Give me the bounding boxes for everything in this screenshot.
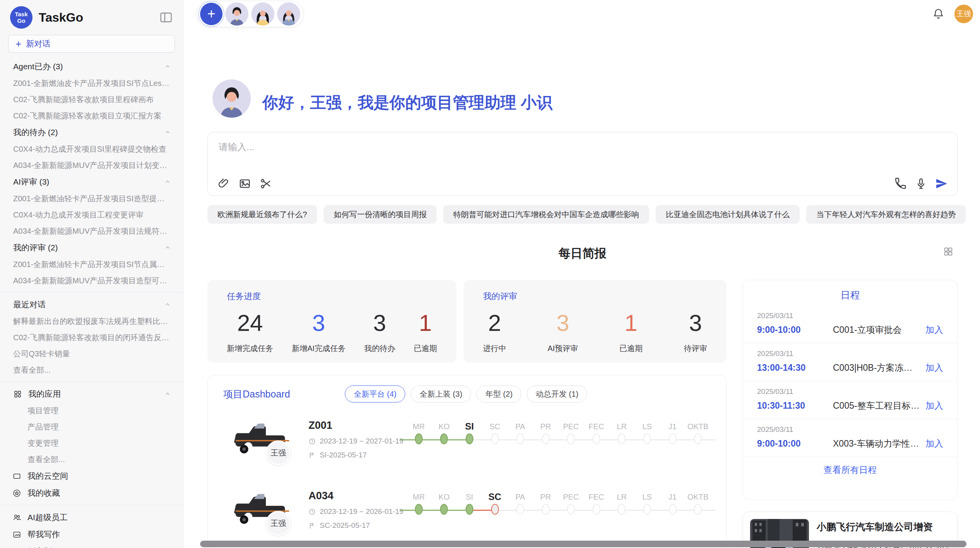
suggestion-chip[interactable]: 欧洲新规最近颁布了什么? bbox=[207, 205, 317, 224]
project-thumbnail: 王强 bbox=[219, 416, 308, 474]
sidebar-item[interactable]: A034-全新新能源MUV产品开发项目计划变更表编写 bbox=[0, 157, 183, 173]
sidebar-item[interactable]: Z001-全新燃油皮卡产品开发项目SI节点Lesson Learn报告 bbox=[0, 75, 183, 91]
brief-card-stats: 2进行中3AI预评审1已逾期3待评审 bbox=[483, 309, 707, 354]
recent-conversation-item[interactable]: C02-飞腾新能源轻客改款项目的闭环通告反馈情况 bbox=[0, 329, 183, 346]
milestone: LR bbox=[609, 491, 635, 521]
view-all-schedule-link[interactable]: 查看所有日程 bbox=[743, 464, 957, 476]
notifications-bell-icon[interactable] bbox=[932, 8, 944, 20]
sidebar: Task Go TaskGo + 新对话 Agent已办 (3)Z001-全新燃… bbox=[0, 0, 183, 548]
schedule-time: 13:00-14:30 bbox=[757, 363, 833, 373]
my-apps-subitems: 项目管理产品管理变更管理查看全部... bbox=[0, 402, 183, 468]
milestone: FEC bbox=[584, 491, 609, 521]
new-chat-label: 新对话 bbox=[26, 38, 50, 49]
app-title: TaskGo bbox=[39, 10, 159, 25]
agent-avatar-3[interactable] bbox=[277, 2, 300, 26]
layout-grid-icon[interactable] bbox=[943, 246, 954, 257]
new-chat-button[interactable]: + 新对话 bbox=[8, 35, 175, 53]
sidebar-item[interactable]: A034-全新新能源MUV产品开发项目造型可行性评审 bbox=[0, 272, 183, 289]
attachment-icon[interactable] bbox=[217, 177, 230, 190]
milestone-dot bbox=[491, 504, 499, 515]
milestone-label: PEC bbox=[558, 420, 584, 433]
milestone-dot bbox=[466, 433, 473, 444]
app-subitem[interactable]: 项目管理 bbox=[0, 402, 183, 419]
sidebar-item[interactable]: A034-全新新能源MUV产品开发项目法规符合性评审 bbox=[0, 223, 183, 239]
project-row[interactable]: 王强Z0012023-12-19 ~ 2027-01-19SI-2025-05-… bbox=[208, 406, 726, 477]
sidebar-item[interactable]: Z001-全新燃油轻卡产品开发项目SI节点属性5D文件评审 bbox=[0, 256, 183, 272]
recent-conversation-item[interactable]: 解释最新出台的欧盟报废车法规再生塑料比例被调至15%... bbox=[0, 313, 183, 329]
milestone-label: LR bbox=[609, 491, 635, 503]
schedule-title: 日程 bbox=[743, 289, 957, 301]
view-all-apps-link[interactable]: 查看全部... bbox=[0, 451, 183, 468]
send-icon[interactable] bbox=[935, 177, 948, 190]
dashboard-tab[interactable]: 全新平台 (4) bbox=[345, 385, 405, 402]
microphone-icon[interactable] bbox=[915, 177, 927, 190]
suggestion-chip[interactable]: 特朗普可能对进口汽车增税会对中国车企造成哪些影响 bbox=[443, 205, 649, 224]
stat-value: 2 bbox=[483, 309, 506, 337]
stat: 1已逾期 bbox=[619, 309, 642, 354]
sidebar-item[interactable]: C0X4-动力总成开发项目工程变更评审 bbox=[0, 207, 183, 223]
horizontal-scrollbar[interactable] bbox=[200, 541, 966, 547]
suggestion-chip[interactable]: 比亚迪全固态电池计划具体说了什么 bbox=[656, 205, 800, 224]
app-subitem[interactable]: 产品管理 bbox=[0, 419, 183, 435]
my-apps-header[interactable]: 我的应用 bbox=[0, 385, 183, 402]
sidebar-tool-2[interactable]: 创意制图 bbox=[0, 543, 183, 548]
view-all-conversations-link[interactable]: 查看全部... bbox=[0, 362, 183, 378]
sidebar-item[interactable]: Z001-全新燃油轻卡产品开发项目SI造型提交物评审 bbox=[0, 190, 183, 207]
dashboard-tab[interactable]: 动总开发 (1) bbox=[527, 385, 587, 402]
message-input[interactable] bbox=[208, 132, 957, 171]
sidebar-group-header[interactable]: Agent已办 (3) bbox=[0, 58, 183, 75]
milestone: PA bbox=[507, 491, 533, 521]
suggestion-chip[interactable]: 如何写一份清晰的项目周报 bbox=[324, 205, 437, 224]
sidebar-item[interactable]: C02-飞腾新能源轻客改款项目里程碑画布 bbox=[0, 91, 183, 108]
recent-conversation-item[interactable]: 公司Q3轻卡销量 bbox=[0, 346, 183, 362]
dashboard-tab[interactable]: 年型 (2) bbox=[476, 385, 521, 402]
my-apps-label: 我的应用 bbox=[28, 389, 61, 399]
collapse-sidebar-icon[interactable] bbox=[159, 10, 173, 24]
milestone-dot bbox=[643, 433, 651, 444]
schedule-date: 2025/03/11 bbox=[757, 312, 943, 320]
sidebar-item[interactable]: C02-飞腾新能源轻客改款项目立项汇报方案 bbox=[0, 108, 183, 124]
user-avatar[interactable]: 王强 bbox=[954, 5, 973, 23]
project-row[interactable]: 王强A0342023-12-19 ~ 2026-01-19SC-2025-05-… bbox=[208, 477, 726, 547]
join-link[interactable]: 加入 bbox=[925, 400, 943, 412]
chevron-up-icon bbox=[164, 63, 171, 70]
project-name: Z001 bbox=[308, 420, 406, 432]
add-agent-button[interactable]: + bbox=[200, 3, 223, 25]
app-subitem[interactable]: 变更管理 bbox=[0, 435, 183, 451]
milestone-dot-zone bbox=[609, 504, 635, 521]
milestone-dot bbox=[618, 504, 625, 515]
dashboard-tab[interactable]: 全新上装 (3) bbox=[411, 385, 471, 402]
milestone-label: FEC bbox=[584, 420, 609, 433]
composer-right-tools bbox=[894, 177, 948, 190]
sidebar-tool-1[interactable]: 帮我写作 bbox=[0, 526, 183, 543]
scissors-icon[interactable] bbox=[260, 177, 272, 190]
suggestion-chip[interactable]: 当下年轻人对汽车外观有怎样的喜好趋势 bbox=[806, 205, 966, 224]
join-link[interactable]: 加入 bbox=[925, 438, 943, 450]
brief-card: 我的评审2进行中3AI预评审1已逾期3待评审 bbox=[464, 280, 726, 363]
milestone: LR bbox=[609, 420, 635, 450]
sidebar-tool-0[interactable]: AI超级员工 bbox=[0, 509, 183, 526]
milestone-dot-zone bbox=[432, 504, 457, 521]
sidebar-group-title: Agent已办 (3) bbox=[13, 61, 63, 72]
sidebar-item-cloud-space[interactable]: 我的云空间 bbox=[0, 468, 183, 485]
milestone: PEC bbox=[558, 491, 584, 521]
milestone-label: OKTB bbox=[685, 491, 711, 503]
sidebar-group-header[interactable]: 我的待办 (2) bbox=[0, 124, 183, 141]
milestone-label: J1 bbox=[660, 420, 685, 433]
join-link[interactable]: 加入 bbox=[925, 362, 943, 374]
agent-avatar-1[interactable] bbox=[225, 2, 248, 26]
sidebar-item[interactable]: C0X4-动力总成开发项目SI里程碑提交物检查 bbox=[0, 141, 183, 157]
sidebar-item-favorites[interactable]: 我的收藏 bbox=[0, 485, 183, 502]
image-upload-icon[interactable] bbox=[238, 177, 251, 190]
recent-conversations-header[interactable]: 最近对话 bbox=[0, 296, 183, 313]
news-title: 小鹏飞行汽车制造公司增资 bbox=[817, 521, 950, 533]
sidebar-group-header[interactable]: 我的评审 (2) bbox=[0, 239, 183, 256]
schedule-item: 2025/03/119:00-10:00X003-车辆动力学性能验...加入 bbox=[743, 419, 957, 457]
milestone: FEC bbox=[584, 420, 609, 450]
agent-avatar-2[interactable] bbox=[251, 2, 274, 26]
milestone-dot-zone bbox=[482, 504, 508, 521]
voice-call-icon[interactable] bbox=[894, 177, 907, 190]
sidebar-group-header[interactable]: AI评审 (3) bbox=[0, 173, 183, 190]
join-link[interactable]: 加入 bbox=[925, 324, 943, 336]
schedule-time: 9:00-10:00 bbox=[757, 438, 833, 449]
